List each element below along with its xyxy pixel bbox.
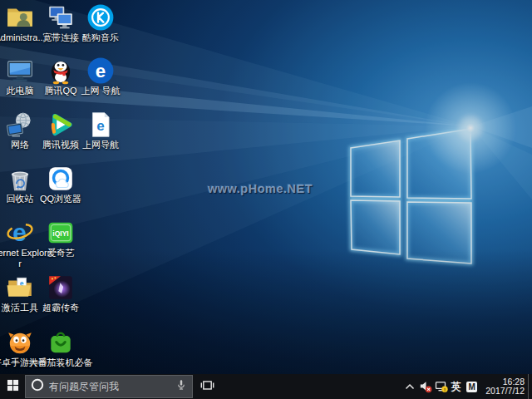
desktop-icon-legend-game[interactable]: 超霸传奇	[27, 273, 94, 313]
search-placeholder: 有问题尽管问我	[49, 380, 170, 394]
tray-chevron-up-icon[interactable]	[403, 374, 416, 399]
icon-label: 上网导航	[68, 140, 133, 150]
tray-network-alert-icon[interactable]: !	[435, 374, 448, 399]
web-navigation-page-icon: e	[86, 111, 115, 139]
icon-label: QQ浏览器	[28, 194, 93, 204]
icon-label: 爱奇艺	[28, 248, 93, 259]
svg-text:!: !	[444, 387, 446, 392]
legend-game-icon	[47, 273, 75, 302]
icon-label: 酷狗音乐	[68, 32, 133, 43]
big-tomato-icon	[47, 328, 75, 357]
qq-browser-icon	[47, 165, 75, 193]
wallpaper-watermark: www.pHome.NET	[208, 182, 313, 195]
iqiyi-icon: iQIYI	[47, 219, 75, 247]
task-view-icon	[200, 379, 214, 395]
show-desktop-button[interactable]	[528, 374, 532, 399]
start-button[interactable]	[0, 374, 25, 399]
cortana-ring-icon	[31, 378, 44, 395]
taskbar: 有问题尽管问我 ! 英 M 16:28 2017/7/12	[0, 374, 532, 399]
system-tray: ! 英 M 16:28 2017/7/12	[401, 374, 532, 399]
task-view-button[interactable]	[193, 374, 221, 399]
svg-text:e: e	[96, 118, 104, 134]
desktop-icon-qq-browser[interactable]: QQ浏览器	[27, 165, 94, 204]
icon-label: 大番茄装机必备	[28, 357, 93, 368]
windows-logo-icon	[7, 379, 19, 395]
microphone-icon[interactable]	[175, 378, 187, 395]
svg-text:e: e	[12, 219, 27, 246]
tray-clock[interactable]: 16:28 2017/7/12	[485, 377, 525, 397]
svg-text:e: e	[96, 61, 106, 81]
tray-ime-indicator[interactable]: M	[466, 382, 477, 392]
desktop-icon-webnav-page[interactable]: e 上网导航	[67, 111, 134, 150]
desktop-icon-big-tomato[interactable]: 大番茄装机必备	[27, 328, 94, 368]
svg-text:iQIYI: iQIYI	[52, 229, 68, 238]
icon-label: 上网 导航	[68, 86, 133, 96]
tray-language-indicator[interactable]: 英	[449, 380, 463, 394]
desktop-icon-kugou[interactable]: 酷狗音乐	[67, 3, 134, 43]
desktop-icon-iqiyi[interactable]: iQIYI 爱奇艺	[27, 219, 94, 259]
icon-label: 超霸传奇	[28, 303, 93, 313]
web-navigation-icon: e	[86, 57, 115, 85]
cortana-search-box[interactable]: 有问题尽管问我	[25, 375, 193, 398]
clock-date: 2017/7/12	[485, 387, 525, 397]
kugou-music-icon	[86, 3, 115, 32]
tray-volume-muted-icon[interactable]	[419, 374, 432, 399]
desktop-icon-webnav[interactable]: e 上网 导航	[67, 57, 134, 96]
